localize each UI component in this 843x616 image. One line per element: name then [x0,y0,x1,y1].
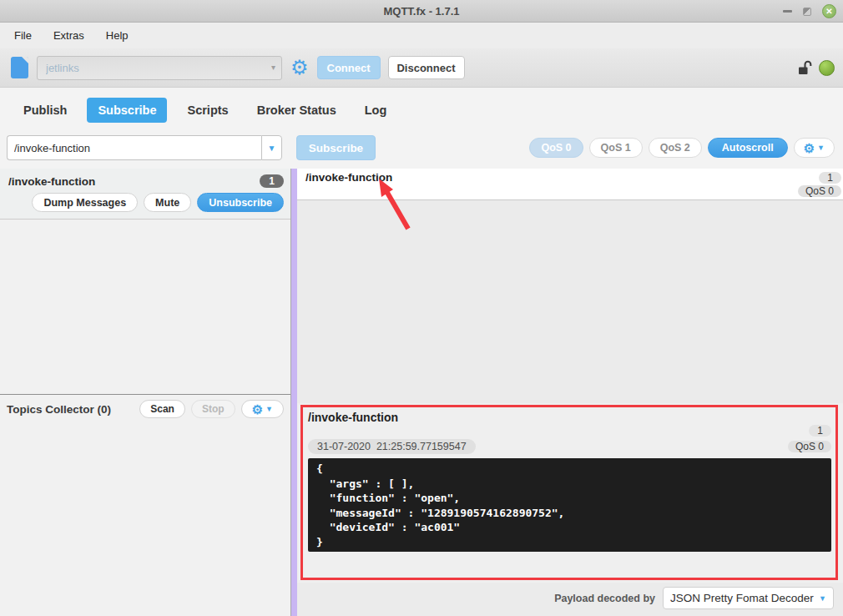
detail-number-badge: 1 [809,425,831,437]
message-qos-badge: QoS 0 [798,185,841,197]
decoder-select[interactable]: JSON Pretty Fomat Decoder ▼ [663,587,834,609]
message-detail: /invoke-function 1 31-07-2020 21:25:59.7… [297,403,843,583]
payload-viewer[interactable]: { "args" : [ ], "function" : "open", "me… [308,458,831,552]
minimize-icon[interactable] [783,10,792,13]
detail-qos-badge: QoS 0 [788,441,831,452]
window-title: MQTT.fx - 1.7.1 [383,5,459,18]
tab-scripts[interactable]: Scripts [179,98,236,123]
autoscroll-button[interactable]: Autoscroll [708,138,788,158]
connection-status-area [797,59,835,76]
subscription-item[interactable]: /invoke-function 1 Dump Messages Mute Un… [0,169,290,220]
tab-subscribe[interactable]: Subscribe [87,98,167,123]
menu-bar: File Extras Help [0,23,843,48]
detail-timestamp: 31-07-2020 21:25:59.77159547 [308,439,476,454]
connection-toolbar: ▾ ⚙ Connect Disconnect [0,48,843,88]
topic-caret-icon[interactable]: ▼ [261,135,282,160]
connect-button[interactable]: Connect [317,56,381,79]
menu-file[interactable]: File [12,28,34,43]
subscriptions-panel: /invoke-function 1 Dump Messages Mute Un… [0,169,291,616]
menu-help[interactable]: Help [103,28,131,43]
gears-icon: ⚙ [804,142,815,154]
qos1-button[interactable]: QoS 1 [589,138,643,158]
chevron-down-icon: ▼ [817,144,825,152]
restore-icon[interactable] [803,8,811,16]
gears-icon: ⚙ [252,403,263,416]
subscriptions-empty-area [0,220,290,394]
tab-broker-status[interactable]: Broker Status [249,98,345,123]
topics-collector-header: Topics Collector (0) Scan Stop ⚙ ▼ [0,394,290,423]
title-bar: MQTT.fx - 1.7.1 ✕ [0,0,843,23]
detail-topic: /invoke-function [308,411,831,424]
main-tab-bar: Publish Subscribe Scripts Broker Status … [0,88,843,132]
message-list: /invoke-function 1 QoS 0 [297,169,843,403]
panel-splitter[interactable] [291,169,297,616]
profile-input[interactable] [37,56,282,80]
topic-input[interactable] [7,135,261,160]
message-number-badge: 1 [819,172,841,184]
subscription-count-badge: 1 [260,174,284,188]
subscribe-button[interactable]: Subscribe [296,135,376,160]
subscribe-options: QoS 0 QoS 1 QoS 2 Autoscroll ⚙ ▼ [529,138,835,158]
chevron-down-icon: ▼ [265,405,273,413]
profile-caret-icon[interactable]: ▾ [271,63,275,72]
qos0-button[interactable]: QoS 0 [529,138,583,158]
decoder-label: Payload decoded by [554,593,655,604]
content-area: /invoke-function 1 Dump Messages Mute Un… [0,169,843,616]
profile-combobox[interactable]: ▾ [37,56,282,80]
close-icon[interactable]: ✕ [822,4,836,18]
tab-log[interactable]: Log [356,98,396,123]
qos2-button[interactable]: QoS 2 [649,138,702,158]
topic-combobox: ▼ [7,135,282,160]
subscription-topic: /invoke-function [8,175,95,188]
topics-collector-empty-area [0,423,290,616]
menu-extras[interactable]: Extras [51,28,87,43]
decoder-bar: Payload decoded by JSON Pretty Fomat Dec… [297,583,843,613]
message-topic: /invoke-function [305,171,392,184]
dump-messages-button[interactable]: Dump Messages [32,193,138,212]
lock-open-icon [797,59,813,76]
connection-status-icon [819,60,835,76]
decoder-value: JSON Pretty Fomat Decoder [670,592,814,604]
unsubscribe-button[interactable]: Unsubscribe [197,193,284,212]
message-row[interactable]: /invoke-function 1 QoS 0 [297,169,843,200]
window-controls: ✕ [783,0,836,23]
connection-settings-gear-icon[interactable]: ⚙ [290,58,309,78]
subscribe-menu-button[interactable]: ⚙ ▼ [794,138,835,158]
profile-file-icon[interactable] [11,57,28,78]
topics-collector-title: Topics Collector (0) [7,403,111,416]
mute-button[interactable]: Mute [144,193,191,212]
chevron-down-icon: ▼ [819,594,826,603]
collector-menu-button[interactable]: ⚙ ▼ [241,400,284,418]
stop-button[interactable]: Stop [191,400,235,418]
messages-panel: /invoke-function 1 QoS 0 /invoke-functio… [297,169,843,616]
subscribe-controls-bar: ▼ Subscribe QoS 0 QoS 1 QoS 2 Autoscroll… [0,132,843,169]
tab-publish[interactable]: Publish [15,98,75,123]
disconnect-button[interactable]: Disconnect [388,56,465,79]
scan-button[interactable]: Scan [139,400,185,418]
